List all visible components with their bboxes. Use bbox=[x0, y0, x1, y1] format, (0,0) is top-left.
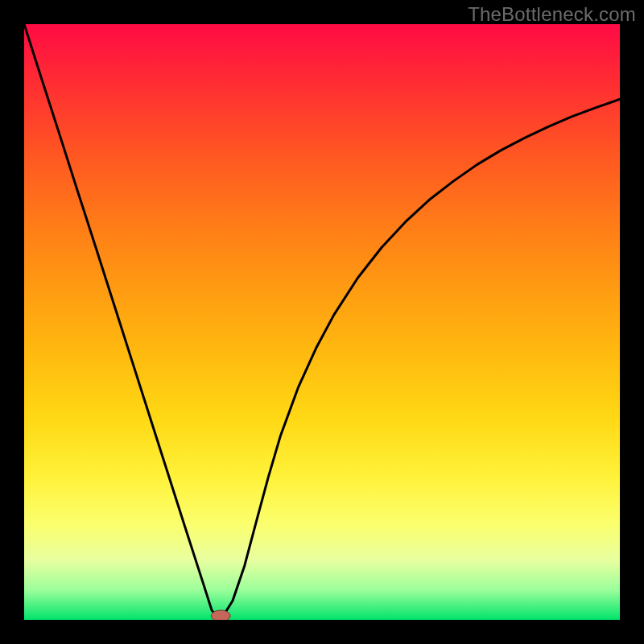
watermark-text: TheBottleneck.com bbox=[468, 3, 636, 26]
plot-area bbox=[24, 24, 620, 620]
bottleneck-curve bbox=[24, 24, 620, 620]
chart-frame: TheBottleneck.com bbox=[0, 0, 644, 644]
min-marker bbox=[211, 610, 230, 620]
plot-svg bbox=[24, 24, 620, 620]
